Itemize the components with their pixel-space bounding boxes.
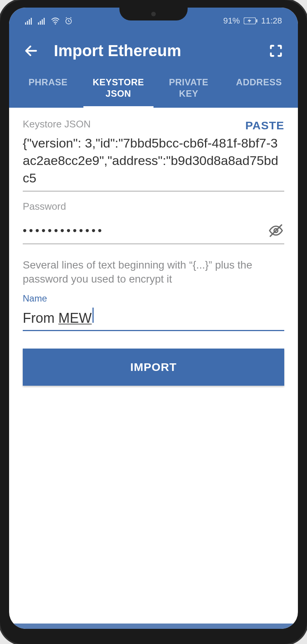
signal-icon <box>25 17 33 25</box>
alarm-icon <box>64 17 73 25</box>
password-input[interactable]: ••••••••••••• <box>23 224 268 237</box>
import-button[interactable]: IMPORT <box>23 349 284 386</box>
text-caret <box>92 308 94 323</box>
tabs: PHRASE KEYSTORE JSON PRIVATE KEY ADDRESS <box>9 70 298 108</box>
password-field-row: ••••••••••••• <box>23 215 284 244</box>
screen: 91% 11:28 Import Ethereum PHRASE K <box>9 8 298 629</box>
wifi-icon <box>51 17 60 25</box>
status-right: 91% 11:28 <box>223 16 282 26</box>
name-label: Name <box>23 293 284 304</box>
helper-text: Several lines of text beginning with “{.… <box>23 258 284 287</box>
header-area: 91% 11:28 Import Ethereum PHRASE K <box>9 8 298 108</box>
keystore-label-row: Keystore JSON PASTE <box>23 118 284 132</box>
password-label: Password <box>23 201 284 212</box>
bottom-nav-bar <box>9 624 298 629</box>
clock-time: 11:28 <box>261 16 282 26</box>
tab-private-key[interactable]: PRIVATE KEY <box>154 70 224 108</box>
svg-rect-1 <box>27 21 28 25</box>
toggle-password-visibility-button[interactable] <box>268 222 284 239</box>
svg-rect-3 <box>31 18 32 25</box>
status-left <box>25 17 73 25</box>
svg-rect-0 <box>25 22 26 25</box>
svg-rect-7 <box>44 18 45 25</box>
back-button[interactable] <box>23 42 39 59</box>
svg-point-8 <box>55 23 56 25</box>
svg-rect-4 <box>38 22 39 25</box>
tab-phrase[interactable]: PHRASE <box>13 70 83 108</box>
paste-button[interactable]: PASTE <box>245 119 284 132</box>
scan-qr-button[interactable] <box>268 42 284 59</box>
svg-rect-6 <box>42 19 43 25</box>
battery-icon <box>244 17 257 24</box>
app-bar: Import Ethereum <box>9 34 298 70</box>
svg-rect-5 <box>40 21 41 25</box>
keystore-input[interactable]: {"version": 3,"id":"7bbd5bcc-cb6f-481f-8… <box>23 132 284 192</box>
tab-keystore-json[interactable]: KEYSTORE JSON <box>83 70 154 108</box>
device-frame: 91% 11:28 Import Ethereum PHRASE K <box>0 0 307 644</box>
notch <box>119 8 188 20</box>
name-value: From MEW <box>23 310 92 326</box>
tab-address[interactable]: ADDRESS <box>224 70 294 108</box>
name-input[interactable]: From MEW <box>23 306 284 331</box>
keystore-label: Keystore JSON <box>23 118 91 130</box>
content-area: Keystore JSON PASTE {"version": 3,"id":"… <box>9 108 298 386</box>
page-title: Import Ethereum <box>54 42 181 60</box>
signal-secondary-icon <box>38 17 46 25</box>
svg-rect-11 <box>256 19 257 22</box>
battery-percent: 91% <box>223 16 240 26</box>
svg-rect-2 <box>29 19 30 25</box>
